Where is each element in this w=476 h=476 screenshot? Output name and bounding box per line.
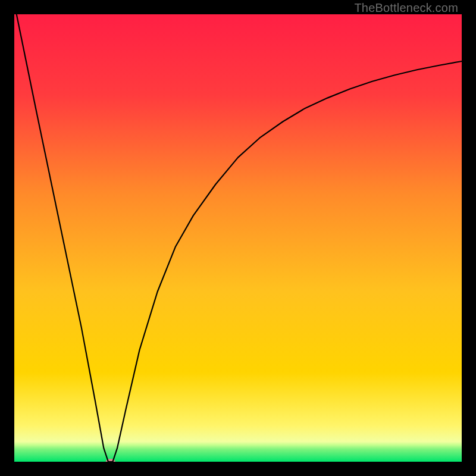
bottleneck-chart — [14, 14, 462, 462]
chart-background — [14, 14, 462, 462]
chart-frame — [14, 14, 462, 462]
watermark-text: TheBottleneck.com — [354, 1, 458, 15]
